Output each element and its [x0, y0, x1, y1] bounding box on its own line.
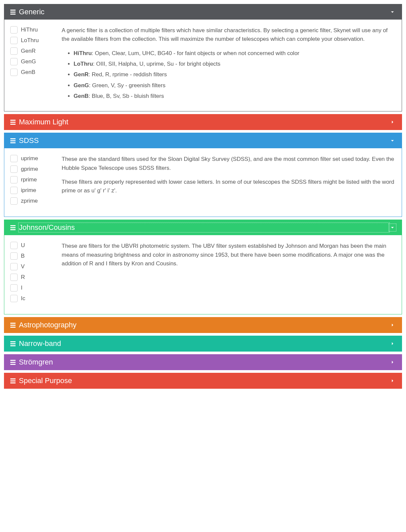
checkbox[interactable]	[10, 47, 18, 55]
filter-label: Ic	[21, 295, 25, 302]
bullet-lothru: LoThru: OIII, SII, Halpha, U, uprime, Su…	[74, 60, 396, 68]
filter-label: GenG	[21, 58, 36, 65]
filter-label: GenB	[21, 69, 35, 76]
filter-label: R	[21, 274, 25, 281]
panel-header-sdss[interactable]: SDSS	[4, 133, 402, 148]
checkbox[interactable]	[10, 197, 18, 205]
bullet-geng: GenG: Green, V, Sy - greenish filters	[74, 81, 396, 90]
johnson-p1: These are filters for the UBVRI photomet…	[62, 242, 396, 268]
list-icon	[10, 138, 16, 143]
chevron-down-icon	[389, 9, 396, 15]
filter-geng: GenG	[10, 58, 62, 65]
bullet-list: HiThru: Open, Clear, Lum, UHC, BG40 - fo…	[62, 49, 396, 101]
panel-header-special[interactable]: Special Purpose	[4, 373, 402, 388]
panel-body-johnson: U B V R I Ic These are filters for the U…	[4, 235, 402, 314]
chevron-right-icon	[389, 322, 396, 328]
filter-label: LoThru	[21, 37, 39, 44]
panel-header-narrow[interactable]: Narrow-band	[4, 336, 402, 351]
filter-zprime: zprime	[10, 197, 62, 205]
checkbox[interactable]	[10, 187, 18, 194]
panel-title: Special Purpose	[19, 376, 389, 385]
filter-ic: Ic	[10, 295, 62, 302]
filter-u: U	[10, 242, 62, 249]
bullet-genr: GenR: Red, R, rprime - reddish filters	[74, 70, 396, 79]
filters-list-generic: HiThru LoThru GenR GenG GenB	[10, 26, 62, 102]
filter-genr: GenR	[10, 47, 62, 55]
list-icon	[10, 341, 16, 346]
list-icon	[10, 323, 16, 328]
panel-header-astro[interactable]: Astrophotography	[4, 317, 402, 333]
description-johnson: These are filters for the UBVRI photomet…	[62, 242, 396, 305]
checkbox[interactable]	[10, 242, 18, 249]
chevron-right-icon	[389, 340, 396, 347]
panel-special: Special Purpose	[4, 373, 402, 389]
filter-label: HiThru	[21, 27, 38, 33]
list-icon	[10, 120, 16, 125]
checkbox[interactable]	[10, 26, 18, 33]
checkbox[interactable]	[10, 69, 18, 76]
filter-hithru: HiThru	[10, 26, 62, 33]
filter-label: U	[21, 242, 25, 249]
panel-header-generic[interactable]: Generic	[4, 4, 402, 20]
checkbox[interactable]	[10, 263, 18, 270]
panel-sdss: SDSS uprime gprime rprime iprime zprime …	[4, 133, 402, 217]
checkbox[interactable]	[10, 37, 18, 44]
checkbox[interactable]	[10, 155, 18, 162]
filter-label: gprime	[21, 166, 38, 172]
chevron-down-icon	[389, 224, 396, 231]
checkbox[interactable]	[10, 274, 18, 281]
panel-title: Narrow-band	[19, 339, 389, 348]
panel-maxlight: Maximum Light	[4, 114, 402, 130]
panel-stromgren: Strömgren	[4, 354, 402, 370]
checkbox[interactable]	[10, 58, 18, 65]
panel-narrow: Narrow-band	[4, 336, 402, 352]
sdss-p2: These filters are properly represented w…	[62, 178, 396, 195]
panel-body-sdss: uprime gprime rprime iprime zprime These…	[4, 148, 402, 217]
filter-v: V	[10, 263, 62, 270]
panel-johnson: Johnson/Cousins U B V R I Ic These are f…	[4, 220, 402, 314]
panel-title: Astrophotography	[19, 321, 389, 329]
checkbox[interactable]	[10, 176, 18, 183]
checkbox[interactable]	[10, 166, 18, 173]
filter-label: rprime	[21, 176, 37, 183]
filters-list-johnson: U B V R I Ic	[10, 242, 62, 305]
panel-astro: Astrophotography	[4, 317, 402, 333]
panel-title: Generic	[19, 8, 389, 16]
filter-label: B	[21, 253, 25, 259]
filter-i: I	[10, 284, 62, 292]
checkbox[interactable]	[10, 295, 18, 302]
filter-label: uprime	[21, 155, 38, 162]
panel-title: Johnson/Cousins	[19, 223, 389, 232]
filter-uprime: uprime	[10, 155, 62, 162]
panel-header-maxlight[interactable]: Maximum Light	[4, 114, 402, 130]
sdss-p1: These are the standard filters used for …	[62, 155, 396, 172]
filter-rprime: rprime	[10, 176, 62, 183]
panel-header-johnson[interactable]: Johnson/Cousins	[4, 220, 402, 235]
filter-label: I	[21, 285, 23, 291]
list-icon	[10, 360, 16, 365]
checkbox[interactable]	[10, 252, 18, 260]
description-generic: A generic filter is a collection of mult…	[62, 26, 396, 102]
filter-r: R	[10, 274, 62, 281]
filter-genb: GenB	[10, 69, 62, 76]
list-icon	[10, 225, 16, 230]
panel-title: SDSS	[19, 136, 389, 145]
list-icon	[10, 10, 16, 15]
panel-header-stromgren[interactable]: Strömgren	[4, 355, 402, 370]
filter-label: zprime	[21, 198, 38, 204]
chevron-down-icon	[389, 137, 396, 144]
filter-label: GenR	[21, 48, 35, 54]
panel-title: Maximum Light	[19, 118, 389, 126]
checkbox[interactable]	[10, 284, 18, 292]
intro-text: A generic filter is a collection of mult…	[62, 26, 396, 44]
panel-generic: Generic HiThru LoThru GenR GenG GenB A g…	[4, 4, 402, 111]
chevron-right-icon	[389, 359, 396, 366]
filter-gprime: gprime	[10, 166, 62, 173]
filter-label: iprime	[21, 187, 36, 194]
panel-body-generic: HiThru LoThru GenR GenG GenB A generic f…	[4, 20, 402, 111]
filter-lothru: LoThru	[10, 37, 62, 44]
list-icon	[10, 378, 16, 383]
filter-b: B	[10, 252, 62, 260]
filters-list-sdss: uprime gprime rprime iprime zprime	[10, 155, 62, 208]
panel-title: Strömgren	[19, 358, 389, 366]
